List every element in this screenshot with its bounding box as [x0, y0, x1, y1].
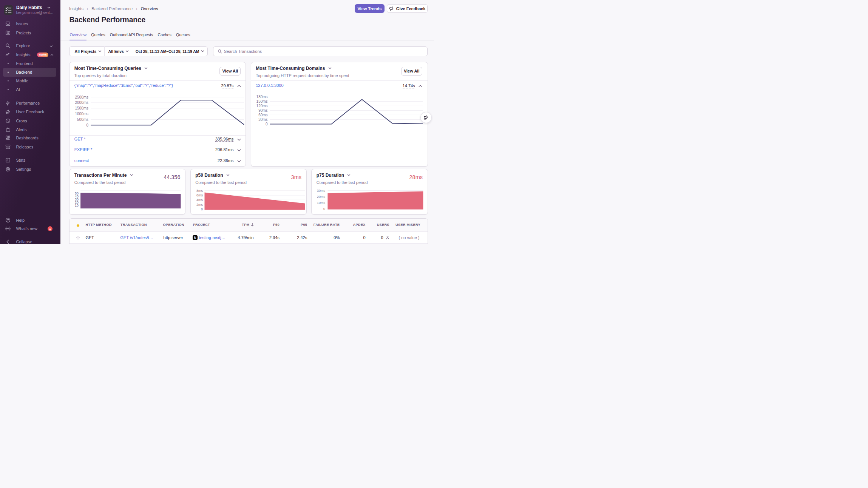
- svg-text:150ms: 150ms: [256, 99, 267, 103]
- svg-text:4ms: 4ms: [196, 198, 203, 202]
- svg-text:1000ms: 1000ms: [75, 112, 88, 116]
- svg-text:0: 0: [201, 207, 202, 211]
- svg-text:0: 0: [86, 123, 88, 127]
- svg-text:10: 10: [75, 204, 79, 207]
- svg-text:20ms: 20ms: [317, 195, 326, 198]
- svg-text:0: 0: [323, 207, 325, 210]
- svg-text:90ms: 90ms: [258, 108, 267, 113]
- svg-text:180ms: 180ms: [256, 95, 267, 99]
- svg-text:120ms: 120ms: [256, 104, 267, 108]
- svg-text:0: 0: [266, 122, 268, 126]
- svg-text:6ms: 6ms: [196, 193, 203, 197]
- svg-text:2000ms: 2000ms: [75, 100, 88, 105]
- svg-text:8ms: 8ms: [196, 188, 203, 192]
- svg-text:10ms: 10ms: [317, 201, 326, 204]
- svg-text:2ms: 2ms: [196, 202, 203, 206]
- svg-text:1500ms: 1500ms: [75, 106, 88, 110]
- svg-text:30ms: 30ms: [317, 188, 326, 192]
- svg-text:500ms: 500ms: [77, 117, 88, 122]
- svg-text:30ms: 30ms: [258, 117, 267, 122]
- svg-text:2500ms: 2500ms: [75, 95, 88, 99]
- svg-text:60ms: 60ms: [258, 113, 267, 117]
